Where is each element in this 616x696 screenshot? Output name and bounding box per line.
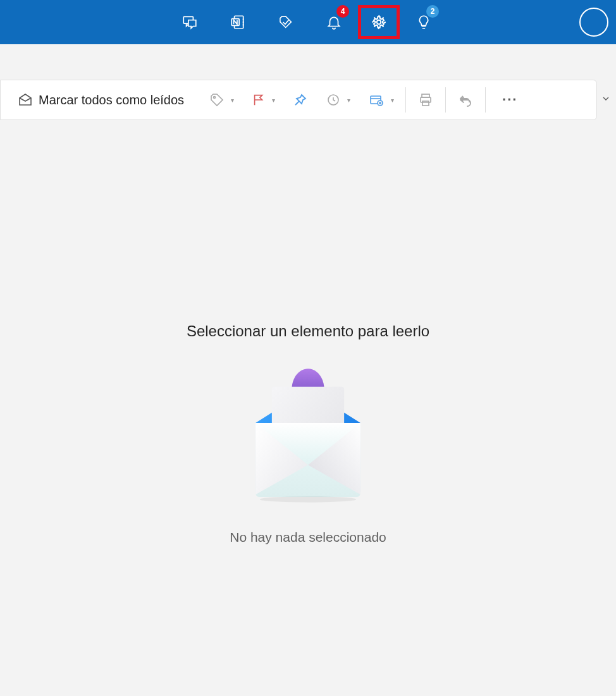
gear-icon (371, 14, 387, 30)
tag-button[interactable]: ▾ (200, 80, 243, 119)
undo-button[interactable] (448, 80, 483, 119)
empty-state-title: Seleccionar un elemento para leerlo (187, 322, 429, 340)
svg-point-6 (377, 20, 381, 25)
pin-button[interactable] (284, 80, 317, 119)
todo-button[interactable] (262, 1, 310, 43)
mark-all-read-button[interactable]: Marcar todos como leídos (8, 80, 200, 119)
print-icon (417, 92, 434, 107)
svg-rect-13 (422, 101, 429, 106)
flag-icon (252, 93, 266, 107)
reading-pane-empty: Seleccionar un elemento para leerlo (0, 120, 616, 545)
chevron-down-icon: ▾ (231, 97, 234, 104)
message-toolbar: Marcar todos como leídos ▾ ▾ (0, 80, 597, 120)
chat-button[interactable] (166, 1, 214, 43)
toolbar-container: Marcar todos como leídos ▾ ▾ (0, 44, 616, 120)
tips-button[interactable]: 2 (400, 1, 448, 43)
more-actions-button[interactable]: ··· (488, 80, 531, 119)
chevron-down-icon: ▾ (391, 97, 394, 104)
app-header: 4 2 (0, 0, 616, 44)
snooze-button[interactable]: ▾ (317, 80, 359, 119)
move-button[interactable]: ▾ (359, 80, 403, 119)
onenote-icon (230, 14, 246, 30)
chat-icon (182, 14, 198, 30)
empty-state-subtitle: No hay nada seleccionado (230, 530, 386, 545)
flag-button[interactable]: ▾ (243, 80, 284, 119)
notifications-button[interactable]: 4 (310, 1, 358, 43)
move-to-icon (368, 92, 385, 107)
svg-point-15 (260, 496, 356, 503)
tag-icon (209, 92, 225, 107)
notifications-badge: 4 (336, 5, 349, 18)
undo-icon (457, 92, 474, 107)
tips-badge: 2 (426, 5, 439, 18)
avatar[interactable] (579, 8, 608, 37)
print-button[interactable] (409, 80, 443, 119)
onenote-button[interactable] (214, 1, 262, 43)
chevron-down-icon: ▾ (347, 97, 350, 104)
toolbar-separator (405, 87, 406, 113)
toolbar-separator (445, 87, 446, 113)
pin-icon (293, 92, 308, 107)
settings-button[interactable] (358, 5, 400, 39)
mark-all-read-label: Marcar todos como leídos (39, 93, 184, 107)
ellipsis-icon: ··· (502, 92, 517, 108)
toolbar-separator (485, 87, 486, 113)
chevron-down-icon: ▾ (272, 97, 275, 104)
envelope-open-icon (17, 92, 34, 107)
chevron-down-icon (601, 94, 611, 104)
svg-point-7 (214, 97, 216, 99)
expand-toolbar-button[interactable] (601, 94, 611, 104)
empty-state-illustration (245, 372, 371, 498)
clock-icon (326, 92, 341, 107)
header-icon-group: 4 2 (166, 1, 448, 43)
tag-check-icon (278, 14, 294, 30)
